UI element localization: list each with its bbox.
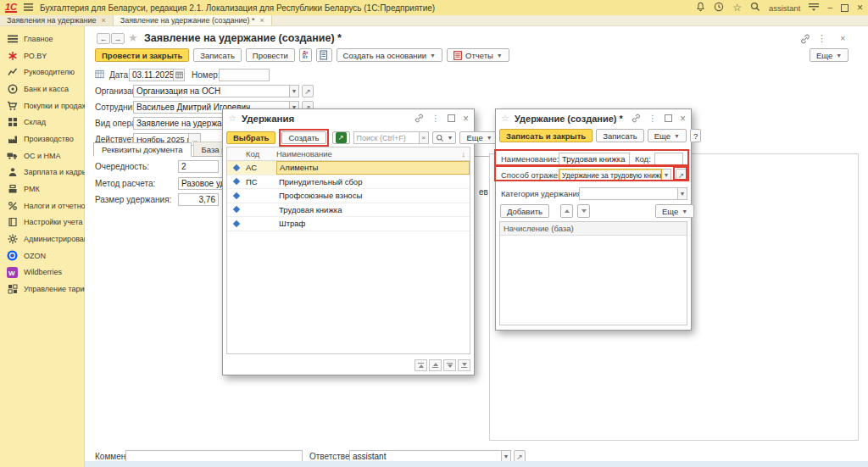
sort-descending-icon[interactable]: ↓ [462,150,470,158]
back-button[interactable]: ← [97,33,110,44]
reports-button[interactable]: Отчеты▼ [447,48,509,62]
form-more-button[interactable]: Еще▼ [810,48,849,62]
organization-input[interactable]: Организация на ОСН [133,85,290,97]
favorite-star-icon[interactable]: ☆ [501,113,509,124]
sidebar-item-rmk[interactable]: РМК [0,181,84,197]
more-kebab-icon[interactable]: ⋮ [648,114,657,123]
column-name[interactable]: Наименование [276,149,462,158]
page-down-button[interactable] [443,359,456,371]
write-button[interactable]: Записать [193,48,242,62]
close-form-icon[interactable]: × [840,33,845,43]
accrual-base-list[interactable]: Начисление (база) [499,221,687,325]
table-row-union-fees[interactable]: Профсоюзные взносы [227,189,470,203]
rows-more-button[interactable]: Еще▼ [655,204,694,218]
code-input[interactable] [654,153,683,165]
sidebar-item-production[interactable]: Производство [0,131,84,147]
category-input[interactable] [579,187,678,200]
get-link-icon[interactable] [632,114,641,124]
create-button[interactable]: Создать [281,131,326,144]
save-button[interactable]: Записать [596,129,644,142]
post-and-close-button[interactable]: Провести и закрыть [95,48,189,62]
more-kebab-icon[interactable]: ⋮ [431,114,440,123]
create-based-on-button[interactable]: Создать на основании▼ [337,48,443,62]
favorite-star-icon[interactable]: ☆ [228,113,236,124]
notifications-bell-icon[interactable] [696,2,705,14]
go-last-button[interactable] [458,359,470,371]
sidebar-item-accounting-settings[interactable]: Настройки учета [0,214,84,231]
show-postings-button[interactable]: ДтКт [299,48,312,62]
reflection-open-icon[interactable]: ↗ [676,169,687,181]
name-label: Наименование: [501,154,559,164]
go-first-button[interactable] [415,359,427,371]
global-search-icon[interactable] [750,2,760,14]
sidebar-item-main[interactable]: Главное [0,31,84,47]
sidebar-item-bank-cash[interactable]: Банк и касса [0,81,84,97]
table-row-forced-levy[interactable]: ПС Принудительный сбор [227,175,470,190]
sidebar-item-tariff[interactable]: Управление тарифом [0,281,84,297]
close-window-button[interactable]: × [857,3,863,12]
sidebar-item-warehouse[interactable]: Склад [0,114,84,131]
page-up-button[interactable] [429,359,442,371]
reflection-input[interactable]: Удержание за трудовую книжку [559,169,662,181]
priority-input[interactable]: 2 [178,160,219,173]
main-menu-icon[interactable] [24,3,33,13]
table-row-work-book[interactable]: Трудовая книжка [227,203,470,218]
category-dropdown-icon[interactable]: ▼ [678,187,687,200]
move-down-button[interactable] [577,204,590,218]
save-and-close-button[interactable]: Записать и закрыть [499,129,593,142]
name-input[interactable]: Трудовая книжка [559,153,630,165]
date-picker-button[interactable] [174,69,185,81]
sidebar-item-os-nma[interactable]: ОС и НМА [0,147,84,164]
favorite-star-icon[interactable]: ★ [128,31,138,44]
current-user[interactable]: assistant [769,3,801,13]
sidebar-item-ozon[interactable]: OZON [0,247,84,264]
create-more-button[interactable]: Еще▼ [648,129,687,142]
close-tab-icon[interactable]: × [102,16,106,25]
more-kebab-icon[interactable]: ⋮ [817,33,826,44]
history-clock-icon[interactable] [714,2,724,14]
favorites-star-icon[interactable]: ☆ [732,3,742,12]
create-group-button[interactable]: ↗ [332,131,350,144]
post-button[interactable]: Провести [246,48,295,62]
sidebar-item-administration[interactable]: Администрирование [0,231,84,247]
forward-button[interactable]: → [111,33,125,44]
close-window-icon[interactable]: × [463,113,469,125]
list-more-button[interactable]: Еще▼ [459,131,498,144]
maximize-button[interactable] [841,4,849,12]
get-link-icon[interactable] [800,34,810,44]
number-input[interactable] [219,69,270,81]
table-row-fine[interactable]: Штраф [227,217,470,231]
size-input[interactable]: 3,76 [178,193,219,206]
sidebar-item-ro-by[interactable]: РО.BY [0,47,84,64]
sidebar-item-purchases-sales[interactable]: Покупки и продажи [0,97,84,114]
minimize-button[interactable]: – [827,3,832,12]
search-input[interactable]: Поиск (Ctrl+F) [353,131,420,144]
help-button[interactable]: ? [690,129,701,142]
tab-withholding-list[interactable]: Заявления на удержание × [0,15,114,25]
table-row-aliment[interactable]: АС Алименты [227,161,470,175]
choose-button[interactable]: Выбрать [226,131,275,144]
service-menu-icon[interactable] [809,3,819,14]
sidebar-item-manager[interactable]: Руководителю [0,64,84,81]
maximize-window-icon[interactable] [448,114,455,122]
sidebar-item-taxes[interactable]: Налоги и отчетность [0,197,84,214]
organization-open-icon[interactable]: ↗ [302,85,314,97]
sidebar-item-wildberries[interactable]: W Wildberries [0,264,84,281]
get-link-icon[interactable] [415,114,424,124]
move-up-button[interactable] [560,204,573,218]
clear-search-icon[interactable]: × [420,131,429,144]
tab-requisites[interactable]: Реквизиты документа [93,142,192,157]
search-options-button[interactable]: ▼ [432,131,457,144]
organization-dropdown-icon[interactable]: ▼ [290,85,299,97]
date-input[interactable]: 03.11.2025 [129,69,174,81]
maximize-window-icon[interactable] [665,114,672,122]
close-window-icon[interactable]: × [680,113,686,125]
column-code[interactable]: Код [227,149,276,158]
add-row-button[interactable]: Добавить [500,204,549,218]
sidebar-item-salary-hr[interactable]: Зарплата и кадры [0,164,84,181]
reflection-dropdown-icon[interactable]: ▼ [662,169,671,181]
table-header[interactable]: Код Наименование ↓ [227,147,470,161]
close-tab-icon[interactable]: × [260,16,264,25]
tab-withholding-create[interactable]: Заявление на удержание (создание) * × [114,15,272,25]
document-check-button[interactable] [316,48,332,62]
